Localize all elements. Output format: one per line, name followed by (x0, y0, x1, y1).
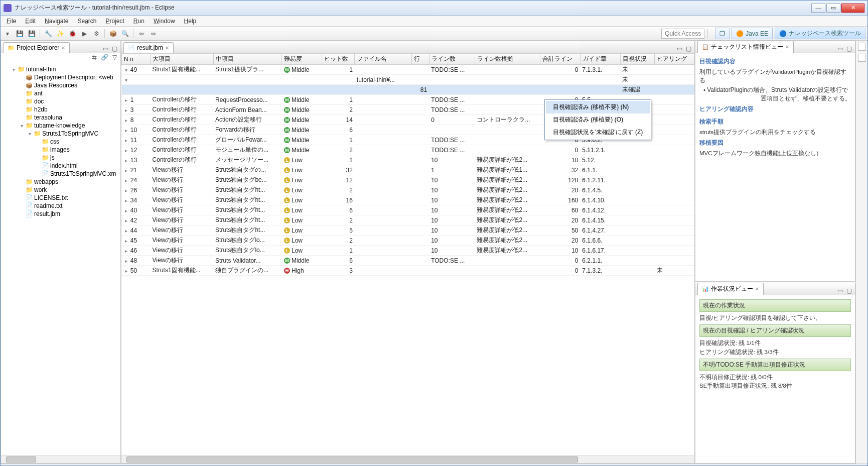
tool-icon[interactable]: 🔧 (43, 29, 53, 39)
nav-fwd-icon[interactable]: ⇨ (149, 29, 159, 39)
column-header[interactable]: 中項目 (213, 54, 282, 65)
scrollbar-h[interactable] (121, 455, 694, 463)
ctx-item-confirmed-port[interactable]: 目視確認済み (移植要) (O) (546, 113, 650, 126)
menu-help[interactable]: Help (180, 17, 201, 26)
column-header[interactable]: 目視状況 (620, 54, 654, 65)
maximize-view-icon[interactable]: ▢ (845, 45, 853, 53)
table-row[interactable]: 81未確認 (122, 85, 694, 95)
menu-search[interactable]: Search (73, 17, 100, 26)
menu-file[interactable]: File (3, 17, 20, 26)
bug-icon[interactable]: 🐞 (67, 29, 77, 39)
save-all-icon[interactable]: 💾 (27, 29, 37, 39)
editor-tab[interactable]: 📄 result.jbm ✕ (123, 42, 174, 53)
table-row[interactable]: ▸ 40Viewの移行Struts独自タグht...LLow610難易度詳細が低… (122, 205, 694, 215)
menu-window[interactable]: Window (150, 17, 179, 26)
tree-item[interactable]: work (19, 186, 118, 194)
maximize-view-icon[interactable]: ▢ (684, 45, 692, 53)
tree-item[interactable]: images (35, 146, 118, 154)
column-header[interactable]: 大項目 (151, 54, 214, 65)
table-row[interactable]: ▸ 34Viewの移行Struts独自タグht...LLow1610難易度詳細が… (122, 195, 694, 205)
column-header[interactable]: ライン数 (429, 54, 475, 65)
maximize-view-icon[interactable]: ▢ (845, 287, 853, 295)
perspective-javaee[interactable]: 🟠 Java EE (732, 28, 773, 39)
run-icon[interactable]: ▶ (79, 29, 89, 39)
table-row[interactable]: ▸ 12Controllerの移行モジュール単位の...MMiddle2TODO… (122, 145, 694, 155)
tree-item[interactable]: result.jbm (19, 210, 118, 218)
tree-item[interactable]: doc (19, 97, 118, 105)
tree-item[interactable]: ant (19, 89, 118, 97)
tree-item[interactable]: Java Resources (19, 81, 118, 89)
table-row[interactable]: ▾ 49Struts1固有機能...Struts1提供プラ...MMiddle1… (122, 65, 694, 75)
checklist-tab[interactable]: 📋 チェックリスト情報ビュー ✕ (697, 41, 794, 53)
project-explorer-tab[interactable]: 📁 Project Explorer ✕ (3, 42, 70, 53)
restore-view-icon[interactable] (858, 43, 866, 51)
nav-back-icon[interactable]: ⇦ (136, 29, 147, 39)
tree-item[interactable]: ▾Struts1ToSpringMVC (27, 130, 118, 138)
work-status-tab[interactable]: 📊 作業状況ビュー ✕ (697, 283, 764, 295)
tree-item[interactable]: webapps (19, 178, 118, 186)
tree-item[interactable]: h2db (19, 105, 118, 113)
quick-access[interactable]: Quick Access (661, 29, 704, 39)
tree-item[interactable]: terasoluna (19, 113, 118, 122)
tree-item[interactable]: index.html (35, 162, 118, 170)
close-icon[interactable]: ✕ (165, 45, 169, 51)
column-header[interactable]: ガイド章 (580, 54, 620, 65)
column-header[interactable]: 行 (412, 54, 429, 65)
search2-icon[interactable]: 🔍 (120, 29, 130, 39)
column-header[interactable]: ヒアリング (655, 54, 694, 65)
new-icon[interactable]: ▾ (3, 29, 13, 39)
column-header[interactable]: ヒット数 (322, 54, 355, 65)
open-perspective-icon[interactable]: ❐ (715, 28, 730, 39)
column-header[interactable]: 難易度 (282, 54, 322, 65)
table-row[interactable]: ▸ 26Viewの移行Struts独自タグht...LLow210難易度詳細が低… (122, 185, 694, 195)
table-row[interactable]: ▸ 48Viewの移行Struts Validator...MMiddle6TO… (122, 256, 694, 266)
menu-project[interactable]: Project (101, 17, 128, 26)
menu-navigate[interactable]: Navigate (41, 17, 72, 26)
tree-item[interactable]: ▾tutorial-thin (11, 65, 118, 73)
column-header[interactable]: 合計ライン (540, 54, 581, 65)
tree-item[interactable]: ▾tubame-knowledge (19, 122, 118, 130)
view-menu-icon[interactable]: ▽ (110, 53, 118, 61)
scrollbar-h[interactable] (1, 455, 120, 463)
table-row[interactable]: ▸ 21Viewの移行Struts独自タグの...LLow321難易度詳細が低1… (122, 165, 694, 175)
project-tree[interactable]: ▾tutorial-thinDeployment Descriptor: <we… (1, 63, 120, 455)
table-row[interactable]: ▸ 46Viewの移行Struts独自タグlo...LLow110難易度詳細が低… (122, 246, 694, 256)
tree-item[interactable]: LICENSE.txt (19, 194, 118, 202)
table-row[interactable]: ▸ 50Struts1固有機能...独自プラグインの...HHigh307.1.… (122, 266, 694, 276)
restore-view-icon[interactable] (858, 54, 866, 62)
ctx-item-confirmed-no-port[interactable]: 目視確認済み (移植不要) (N) (546, 101, 650, 113)
ctx-item-reset-unconfirmed[interactable]: 目視確認状況を'未確認'に戻す (Z) (546, 126, 650, 139)
column-header[interactable]: ファイル名 (355, 54, 412, 65)
minimize-view-icon[interactable]: ▭ (101, 45, 109, 53)
close-button[interactable] (841, 4, 864, 13)
link-editor-icon[interactable]: 🔗 (100, 53, 108, 61)
column-header[interactable]: ライン数根拠 (475, 54, 540, 65)
wand-icon[interactable]: ✨ (55, 29, 65, 39)
tree-item[interactable]: Struts1ToSpringMVC.xm (35, 170, 118, 178)
collapse-all-icon[interactable]: ⇆ (90, 53, 98, 61)
table-row[interactable]: ▸ 24Viewの移行Struts独自タグbe...LLow1210難易度詳細が… (122, 175, 694, 185)
maximize-view-icon[interactable]: ▢ (110, 45, 118, 53)
table-row[interactable]: ▸ 45Viewの移行Struts独自タグlo...LLow210難易度詳細が低… (122, 236, 694, 246)
new-pkg-icon[interactable]: 📦 (108, 29, 118, 39)
minimize-view-icon[interactable]: ▭ (836, 287, 844, 295)
table-row[interactable]: ▸ 13Controllerの移行メッセージリソー...LLow110難易度詳細… (122, 155, 694, 165)
ext-icon[interactable]: ⚙ (91, 29, 101, 39)
minimize-button[interactable]: — (811, 4, 825, 13)
table-row[interactable]: ▸ 42Viewの移行Struts独自タグht...LLow210難易度詳細が低… (122, 215, 694, 225)
column-header[interactable]: N o (122, 54, 151, 65)
save-icon[interactable]: 💾 (15, 29, 25, 39)
tree-item[interactable]: readme.txt (19, 202, 118, 210)
tree-item[interactable]: Deployment Descriptor: <web (19, 73, 118, 81)
menu-run[interactable]: Run (129, 17, 149, 26)
close-icon[interactable]: ✕ (61, 45, 65, 51)
close-icon[interactable]: ✕ (755, 286, 759, 292)
maximize-button[interactable]: ▭ (826, 4, 840, 13)
close-icon[interactable]: ✕ (785, 44, 789, 50)
tree-item[interactable]: css (35, 138, 118, 146)
minimize-view-icon[interactable]: ▭ (836, 45, 844, 53)
menu-edit[interactable]: Edit (21, 17, 40, 26)
minimize-view-icon[interactable]: ▭ (675, 45, 683, 53)
perspective-knowledge[interactable]: 🔵 ナレッジベース検索ツール (775, 28, 865, 39)
table-row[interactable]: ▸ 44Viewの移行Struts独自タグht...LLow510難易度詳細が低… (122, 225, 694, 236)
